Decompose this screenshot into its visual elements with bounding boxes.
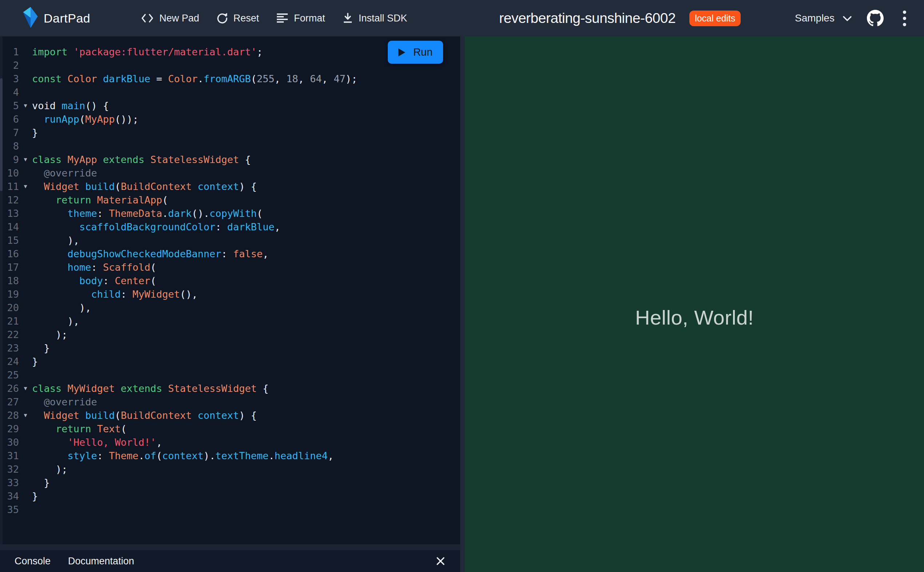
code-line[interactable]: 4: [0, 85, 460, 99]
fold-arrow-icon[interactable]: ▼: [19, 409, 32, 422]
code-line[interactable]: 19 child: MyWidget(),: [0, 288, 460, 301]
code-line[interactable]: 20 ),: [0, 301, 460, 314]
code-line[interactable]: 15 ),: [0, 233, 460, 247]
fold-spacer: [19, 220, 32, 233]
code-line[interactable]: 32 );: [0, 462, 460, 476]
kebab-menu-icon[interactable]: [903, 0, 906, 36]
fold-spacer: [19, 476, 32, 490]
line-number: 26: [0, 382, 19, 395]
line-number: 31: [0, 449, 19, 462]
code-text: @override: [32, 395, 97, 409]
close-icon[interactable]: [435, 550, 446, 572]
fold-arrow-icon[interactable]: ▼: [19, 153, 32, 166]
code-line[interactable]: 7}: [0, 126, 460, 139]
fold-spacer: [19, 166, 32, 180]
console-resize-handle[interactable]: [0, 544, 460, 550]
line-number: 14: [0, 220, 19, 233]
fold-arrow-icon[interactable]: ▼: [19, 180, 32, 193]
code-editor[interactable]: Run 1import 'package:flutter/material.da…: [0, 36, 460, 544]
run-button[interactable]: Run: [388, 41, 443, 64]
code-text: child: MyWidget(),: [32, 288, 197, 301]
code-text: Widget build(BuildContext context) {: [32, 409, 257, 422]
fold-spacer: [19, 274, 32, 288]
code-text: @override: [32, 166, 97, 180]
refresh-icon: [217, 13, 228, 24]
code-line[interactable]: 25: [0, 368, 460, 382]
code-text: class MyApp extends StatelessWidget {: [32, 153, 251, 166]
code-line[interactable]: 33 }: [0, 476, 460, 490]
editor-scrollbar-thumb[interactable]: [0, 78, 3, 191]
line-number: 16: [0, 247, 19, 261]
code-line[interactable]: 27 @override: [0, 395, 460, 409]
nav-button-new-pad[interactable]: New Pad: [141, 13, 199, 24]
pad-title[interactable]: reverberating-sunshine-6002: [499, 10, 676, 26]
code-text: debugShowCheckedModeBanner: false,: [32, 247, 269, 261]
fold-arrow-icon[interactable]: ▼: [19, 99, 32, 112]
code-line[interactable]: 30 'Hello, World!',: [0, 435, 460, 449]
console-tab-console[interactable]: Console: [14, 556, 51, 567]
fold-spacer: [19, 462, 32, 476]
fold-spacer: [19, 395, 32, 409]
code-line[interactable]: 34}: [0, 490, 460, 503]
code-line[interactable]: 28▼ Widget build(BuildContext context) {: [0, 409, 460, 422]
code-line[interactable]: 18 body: Center(: [0, 274, 460, 288]
code-line[interactable]: 21 ),: [0, 314, 460, 328]
nav-label: Install SDK: [359, 13, 407, 24]
console-tab-documentation[interactable]: Documentation: [68, 556, 134, 567]
editor-output-splitter[interactable]: [460, 36, 465, 572]
code-line[interactable]: 16 debugShowCheckedModeBanner: false,: [0, 247, 460, 261]
line-number: 2: [0, 59, 19, 72]
code-text: }: [32, 476, 50, 490]
nav-button-format[interactable]: Format: [276, 13, 325, 24]
code-line[interactable]: 11▼ Widget build(BuildContext context) {: [0, 180, 460, 193]
run-label: Run: [413, 46, 433, 58]
code-line[interactable]: 8: [0, 139, 460, 153]
line-number: 9: [0, 153, 19, 166]
fold-arrow-icon[interactable]: ▼: [19, 382, 32, 395]
code-line[interactable]: 6 runApp(MyApp());: [0, 112, 460, 126]
fold-spacer: [19, 193, 32, 207]
app-title: DartPad: [43, 11, 90, 25]
code-line[interactable]: 13 theme: ThemeData.dark().copyWith(: [0, 207, 460, 220]
pad-title-group: reverberating-sunshine-6002 local edits: [499, 0, 741, 36]
line-number: 33: [0, 476, 19, 490]
line-number: 32: [0, 462, 19, 476]
code-line[interactable]: 31 style: Theme.of(context).textTheme.he…: [0, 449, 460, 462]
code-text: }: [32, 341, 50, 355]
line-number: 3: [0, 72, 19, 85]
code-line[interactable]: 14 scaffoldBackgroundColor: darkBlue,: [0, 220, 460, 233]
code-text: return MaterialApp(: [32, 193, 168, 207]
code-text: home: Scaffold(: [32, 261, 156, 274]
nav-button-install-sdk[interactable]: Install SDK: [343, 13, 407, 24]
line-number: 6: [0, 112, 19, 126]
code-text: class MyWidget extends StatelessWidget {: [32, 382, 269, 395]
code-line[interactable]: 5▼void main() {: [0, 99, 460, 112]
code-text: void main() {: [32, 99, 109, 112]
code-line[interactable]: 17 home: Scaffold(: [0, 261, 460, 274]
code-text: body: Center(: [32, 274, 156, 288]
nav-button-reset[interactable]: Reset: [217, 13, 259, 24]
brand[interactable]: DartPad: [22, 0, 90, 36]
line-number: 24: [0, 355, 19, 368]
code-line[interactable]: 3const Color darkBlue = Color.fromARGB(2…: [0, 72, 460, 85]
line-number: 4: [0, 85, 19, 99]
code-line[interactable]: 23 }: [0, 341, 460, 355]
code-line[interactable]: 10 @override: [0, 166, 460, 180]
code-text: }: [32, 355, 38, 368]
code-line[interactable]: 12 return MaterialApp(: [0, 193, 460, 207]
code-line[interactable]: 24}: [0, 355, 460, 368]
code-line[interactable]: 26▼class MyWidget extends StatelessWidge…: [0, 382, 460, 395]
code-line[interactable]: 9▼class MyApp extends StatelessWidget {: [0, 153, 460, 166]
code-line[interactable]: 22 );: [0, 328, 460, 341]
code-text: }: [32, 490, 38, 503]
code-line[interactable]: 35: [0, 503, 460, 516]
fold-spacer: [19, 449, 32, 462]
github-icon[interactable]: [867, 0, 884, 36]
code-text: style: Theme.of(context).textTheme.headl…: [32, 449, 334, 462]
samples-button[interactable]: Samples: [795, 0, 852, 36]
line-number: 15: [0, 233, 19, 247]
fold-spacer: [19, 368, 32, 382]
code-line[interactable]: 29 return Text(: [0, 422, 460, 435]
header: DartPad New PadResetFormatInstall SDK re…: [0, 0, 924, 36]
line-number: 7: [0, 126, 19, 139]
